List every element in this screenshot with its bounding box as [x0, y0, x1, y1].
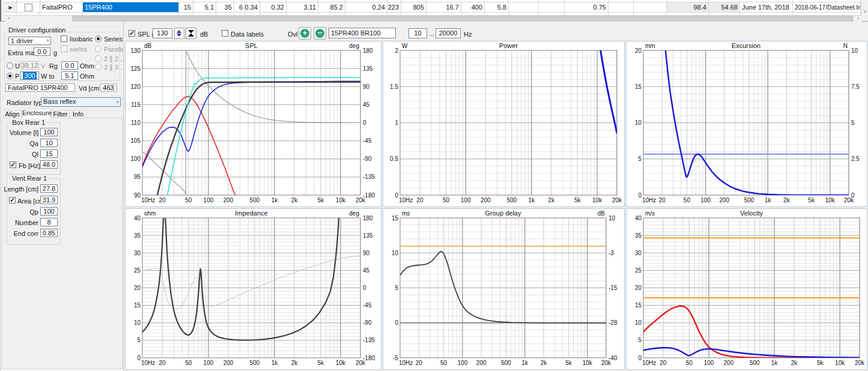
end-corr-field[interactable]: 0.85	[40, 229, 58, 237]
svg-text:20: 20	[635, 285, 642, 291]
data-labels-label: Data labels	[231, 31, 264, 38]
table-cell[interactable]: June 17th, 2018	[740, 2, 793, 13]
add-overlay-button[interactable]: +	[299, 27, 311, 40]
svg-text:100: 100	[704, 360, 714, 366]
length-label: Length [cm]	[2, 186, 38, 193]
svg-text:-45: -45	[363, 137, 372, 144]
area-field[interactable]: 31.9	[40, 196, 58, 204]
isobaric-checkbox[interactable]	[61, 35, 67, 42]
svg-text:100: 100	[204, 360, 214, 366]
extra-mass-field[interactable]: 0.0	[34, 47, 50, 56]
table-cell[interactable]: 98.4	[667, 2, 709, 13]
svg-text:200: 200	[724, 360, 734, 366]
table-cell[interactable]: FaitalPRO	[40, 2, 83, 13]
power-radio[interactable]	[7, 73, 13, 79]
power-field[interactable]: 300	[20, 71, 39, 80]
selected-cell[interactable]: 15PR400	[83, 2, 179, 13]
table-cell[interactable]: 85.2	[318, 2, 345, 13]
table-cell[interactable]: 0.34	[245, 2, 260, 13]
svg-text:5: 5	[137, 337, 141, 343]
svg-text:40: 40	[635, 215, 642, 222]
rg-field[interactable]: 0.0	[61, 61, 78, 70]
svg-text:10k: 10k	[825, 197, 836, 204]
svg-text:500: 500	[750, 360, 760, 366]
volume-field[interactable]: 100	[40, 128, 58, 136]
fb-checkbox[interactable]	[10, 161, 16, 168]
qp-field[interactable]: 100	[40, 207, 58, 216]
table-cell[interactable]: 223	[387, 2, 401, 13]
table-cell[interactable]: 400	[461, 2, 485, 13]
row-selector-arrow-icon[interactable]: ▶	[5, 2, 17, 13]
svg-text:30: 30	[134, 250, 141, 256]
table-cell[interactable]	[634, 2, 667, 13]
table-cell[interactable]	[509, 2, 539, 13]
data-labels-checkbox[interactable]	[222, 30, 228, 37]
overlay-name-field[interactable]: 15PR400 BR100	[329, 28, 396, 38]
svg-text:0: 0	[638, 192, 642, 199]
fb-field[interactable]: 48.0	[40, 160, 58, 169]
plus-icon: +	[300, 29, 309, 38]
spinner-up-icon[interactable]	[177, 30, 181, 33]
table-row[interactable]: ▶FaitalPRO15PR400155.13560.340.323.1185.…	[5, 2, 861, 13]
series-radio[interactable]	[95, 35, 102, 42]
tab-align[interactable]: Align	[3, 110, 22, 118]
spl-max-field[interactable]: 130	[153, 28, 172, 38]
scroll-right-icon[interactable]: ›	[854, 16, 862, 22]
svg-text:45: 45	[363, 101, 370, 108]
freq-to-field[interactable]: 20000	[436, 28, 461, 38]
impedance-field[interactable]: 5.1	[61, 71, 78, 80]
table-cell[interactable]	[609, 2, 634, 13]
table-cell[interactable]: 54.68	[709, 2, 740, 13]
length-field[interactable]: 27.8	[40, 184, 58, 193]
table-cell[interactable]: 15	[179, 2, 193, 13]
tab-enclosure[interactable]: Enclosure	[22, 109, 51, 118]
driver-name-field[interactable]: FaitalPRO 15PR400	[5, 83, 75, 92]
table-cell[interactable]: 3.11	[287, 2, 318, 13]
tab-info[interactable]: Info	[70, 110, 86, 118]
svg-text:10Hz: 10Hz	[399, 360, 413, 366]
svg-text:20: 20	[159, 197, 166, 204]
table-cell[interactable]	[539, 2, 565, 13]
svg-text:2k: 2k	[548, 197, 555, 204]
scroll-left-icon[interactable]: ‹	[5, 16, 13, 22]
row-checkbox[interactable]	[25, 4, 32, 11]
area-checkbox[interactable]	[9, 197, 16, 204]
tab-filter[interactable]: Filter	[51, 110, 70, 118]
svg-text:deg: deg	[349, 210, 359, 217]
grid-horizontal-scrollbar[interactable]: ‹ ›	[5, 16, 862, 22]
freq-from-field[interactable]: 10	[408, 28, 427, 38]
spl-max-checkbox[interactable]	[129, 30, 135, 37]
table-cell[interactable]: 0.24	[345, 2, 387, 13]
table-cell[interactable]: 805	[401, 2, 426, 13]
chart-canvas-groupdelay: 10Hz20501002005001k2k5k10k20k-5051015-40…	[383, 209, 624, 369]
voltage-radio[interactable]	[7, 62, 13, 69]
table-cell[interactable]: 5.8	[485, 2, 509, 13]
driver-count-select[interactable]: 1 driver ˅	[8, 37, 51, 45]
range-dots-label: ...	[429, 30, 434, 37]
table-cell[interactable]: 6	[234, 2, 245, 13]
voltage-label: U	[15, 62, 20, 70]
ql-field[interactable]: 15	[40, 149, 58, 158]
checkbox-cell[interactable]	[17, 2, 40, 13]
scrollbar-thumb[interactable]	[72, 16, 854, 22]
chart-impedance: 10Hz20501002005001k2k5k10k20k05101520253…	[125, 208, 381, 370]
number-field[interactable]: 8	[40, 218, 58, 226]
spinner-down-icon[interactable]	[177, 34, 181, 37]
table-cell[interactable]: 35	[216, 2, 234, 13]
series-cone-velocity	[643, 348, 860, 358]
table-cell[interactable]: 16.7	[426, 2, 461, 13]
qa-field[interactable]: 10	[40, 139, 58, 147]
fit-scale-button[interactable]	[186, 28, 196, 39]
driver-grid[interactable]: ▶FaitalPRO15PR400155.13560.340.323.1185.…	[5, 0, 861, 16]
table-cell[interactable]: 0.75	[565, 2, 609, 13]
svg-text:-90: -90	[363, 319, 372, 326]
table-cell[interactable]: 2018-06-17/Datasheet Import	[793, 2, 861, 13]
series-system-total	[166, 77, 360, 201]
scroll-down-icon[interactable]: ˅	[861, 8, 868, 16]
remove-overlay-button[interactable]: −	[314, 27, 326, 40]
table-cell[interactable]: 5.1	[193, 2, 216, 13]
grid-vertical-scrollbar[interactable]: ˅	[861, 0, 868, 16]
radiator-type-select[interactable]: Bass reflex ˅	[41, 97, 121, 107]
table-cell[interactable]: 0.32	[260, 2, 287, 13]
spl-max-spinner[interactable]	[174, 28, 184, 39]
